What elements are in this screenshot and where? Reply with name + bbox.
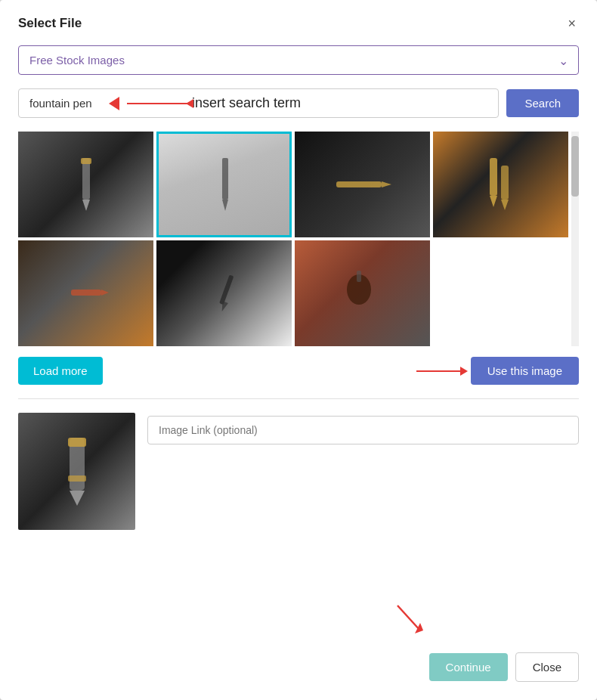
select-file-dialog: Select File × Free Stock Images ⌄ insert… (0, 0, 597, 700)
svg-rect-1 (82, 158, 90, 200)
source-dropdown[interactable]: Free Stock Images (18, 45, 579, 75)
svg-marker-11 (501, 200, 509, 210)
bottom-actions: Continue Close (18, 652, 579, 682)
pen-shape-3 (333, 169, 393, 200)
arrow-down-right-icon (390, 602, 428, 643)
load-more-button[interactable]: Load more (18, 357, 103, 385)
image-thumb-6[interactable] (156, 240, 292, 346)
image-thumb-4[interactable] (433, 132, 568, 237)
scrollbar-track[interactable] (571, 132, 579, 346)
search-input[interactable] (18, 88, 499, 118)
pen-shape-2 (206, 154, 243, 215)
svg-rect-17 (357, 271, 361, 282)
pen-shape-5 (63, 271, 109, 316)
image-thumb-3[interactable] (295, 132, 430, 237)
svg-rect-10 (501, 166, 509, 200)
search-input-wrapper: insert search term (18, 88, 499, 118)
use-image-button[interactable]: Use this image (471, 357, 579, 385)
close-dialog-button[interactable]: Close (515, 652, 579, 682)
image-thumb-5[interactable] (18, 240, 153, 346)
dialog-title: Select File (18, 16, 82, 31)
scrollbar-thumb[interactable] (571, 136, 579, 197)
svg-rect-20 (68, 438, 86, 447)
section-divider (18, 398, 579, 399)
image-link-input[interactable] (147, 416, 579, 444)
dialog-header: Select File × (18, 15, 579, 32)
svg-rect-3 (81, 158, 91, 164)
actions-row: Load more Use this image (18, 357, 579, 385)
dialog-close-button[interactable]: × (565, 15, 579, 32)
svg-marker-2 (82, 200, 90, 211)
image-thumb-2[interactable] (156, 132, 292, 237)
red-arrow-right-icon (416, 370, 462, 372)
svg-rect-14 (219, 274, 234, 305)
svg-marker-9 (490, 196, 497, 207)
svg-rect-12 (71, 290, 101, 296)
use-image-area: Use this image (416, 357, 579, 385)
selected-image-section (18, 413, 579, 530)
svg-rect-8 (490, 158, 497, 196)
image-thumb-1[interactable] (18, 132, 153, 237)
search-button[interactable]: Search (506, 89, 579, 117)
svg-marker-5 (222, 200, 228, 211)
svg-rect-21 (68, 475, 86, 482)
image-thumb-7[interactable] (295, 240, 430, 346)
images-grid (18, 132, 568, 346)
images-grid-wrapper (18, 132, 568, 346)
search-row: insert search term Search (18, 88, 579, 118)
svg-line-22 (397, 606, 420, 630)
pen-shape-4 (478, 154, 524, 215)
svg-marker-7 (382, 181, 391, 187)
svg-marker-23 (415, 623, 423, 633)
selected-pen-shape (54, 434, 100, 510)
source-dropdown-wrapper: Free Stock Images ⌄ (18, 45, 579, 75)
svg-marker-13 (101, 290, 109, 296)
svg-rect-4 (222, 158, 228, 200)
continue-button[interactable]: Continue (429, 653, 508, 681)
selected-image-thumbnail (18, 413, 135, 530)
image-link-section (147, 413, 579, 444)
pen-shape-1 (67, 154, 105, 215)
source-dropdown-row: Free Stock Images ⌄ (18, 45, 579, 75)
svg-marker-19 (70, 491, 85, 506)
svg-rect-6 (336, 181, 382, 187)
images-section (18, 132, 579, 346)
pen-shape-6 (202, 271, 247, 316)
pen-shape-7 (340, 267, 385, 320)
